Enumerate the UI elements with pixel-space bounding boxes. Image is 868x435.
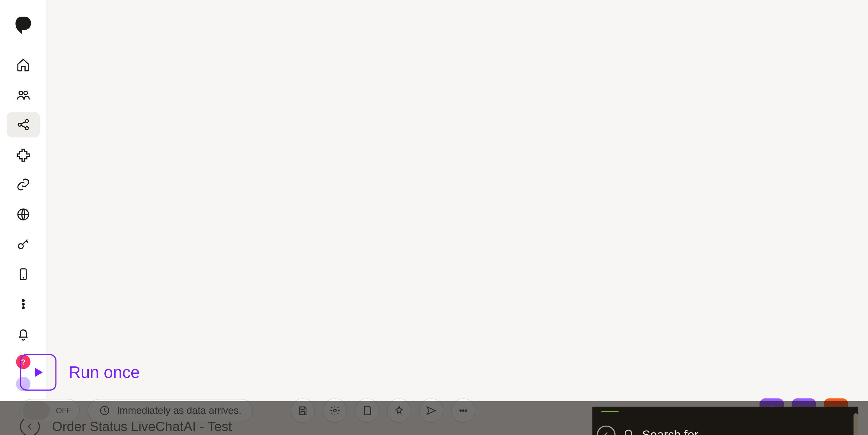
nav-plugins[interactable]: [7, 142, 40, 167]
svg-point-9: [22, 303, 24, 305]
nav-team[interactable]: [7, 82, 40, 107]
svg-point-6: [19, 244, 23, 249]
scrollbar-thumb[interactable]: [854, 413, 858, 435]
shopify-icon: [598, 411, 622, 412]
module-search-input[interactable]: [642, 428, 848, 435]
nav-links[interactable]: [7, 172, 40, 197]
module-search-panel: Search for PagesSearches for pages.Searc…: [592, 407, 858, 435]
run-once-button[interactable]: [20, 354, 56, 390]
nav-globe[interactable]: [7, 202, 40, 227]
nav-keys[interactable]: [7, 232, 40, 257]
search-results-list: Search for PagesSearches for pages.Searc…: [592, 407, 852, 412]
nav-home[interactable]: [7, 52, 40, 77]
result-title: Search for Pages: [631, 411, 847, 412]
nav-mobile[interactable]: [7, 262, 40, 287]
app-logo: [10, 10, 36, 36]
scenario-canvas: Order Status LiveChatAI - Test 1 Webhook…: [0, 401, 868, 435]
svg-point-20: [625, 430, 631, 435]
panel-back-button[interactable]: [597, 426, 615, 435]
search-icon: [623, 428, 634, 435]
nav-more[interactable]: [7, 291, 40, 317]
nav-notifications[interactable]: [7, 321, 40, 347]
svg-point-0: [19, 91, 23, 95]
nav-share[interactable]: [7, 112, 40, 138]
svg-point-10: [22, 307, 24, 309]
search-result-item[interactable]: Search for PagesSearches for pages.: [592, 407, 852, 412]
left-rail: ?: [0, 0, 47, 401]
svg-point-1: [24, 91, 28, 95]
svg-point-8: [22, 300, 24, 301]
run-once-label: Run once: [68, 363, 140, 381]
